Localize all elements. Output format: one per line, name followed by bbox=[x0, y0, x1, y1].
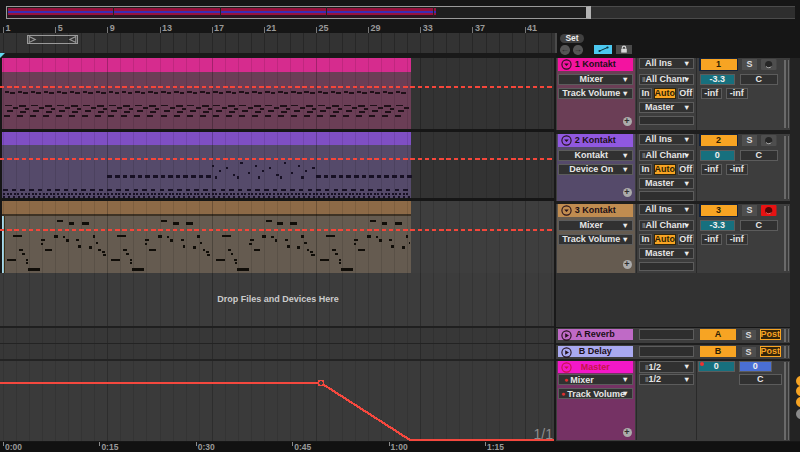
svg-text:1/1: 1/1 bbox=[534, 426, 554, 442]
